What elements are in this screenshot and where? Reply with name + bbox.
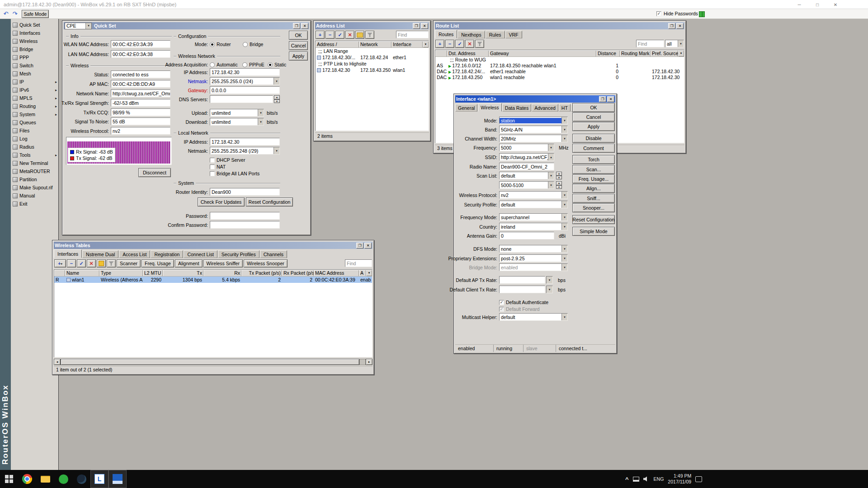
dropdown-icon[interactable]: ▼ [274, 147, 279, 154]
lan-mac-field[interactable]: 00:0C:42:E0:3A:38 [111, 50, 170, 58]
dfs-mode-select[interactable]: none▼ [499, 245, 568, 253]
column-distance[interactable]: Distance [596, 50, 620, 56]
close-icon[interactable]: ✕ [364, 243, 372, 249]
filter-icon[interactable] [475, 40, 484, 48]
sidebar-item-exit[interactable]: Exit [11, 200, 58, 208]
scan-button[interactable]: Scan... [572, 165, 615, 174]
cancel-button[interactable]: Cancel [289, 41, 308, 50]
tab-registration[interactable]: Registration [151, 250, 183, 258]
acquisition-automatic-radio[interactable]: Automatic [210, 62, 238, 67]
torch-button[interactable]: Torch [572, 155, 615, 164]
router-identity-field[interactable]: Dean900 [210, 188, 280, 196]
dropdown-icon[interactable]: ▼ [548, 182, 554, 188]
sidebar-item-log[interactable]: Log [11, 135, 58, 143]
wan-ip-field[interactable]: 172.18.42.30 [210, 68, 280, 76]
quickset-titlebar[interactable]: CPE▼ Quick Set ❐✕ [64, 22, 309, 29]
dhcp-server-checkbox[interactable]: DHCP Server [210, 157, 245, 163]
sidebar-item-partition[interactable]: Partition [11, 175, 58, 183]
taskbar-steam-icon[interactable] [72, 470, 90, 488]
password-field[interactable] [210, 212, 280, 220]
dropdown-icon[interactable]: ▼ [561, 192, 567, 198]
address-row[interactable]: 172.18.42.30 172.18.43.250 wlan1 [316, 67, 429, 73]
acquisition-static-radio[interactable]: Static [268, 62, 286, 67]
add-icon[interactable]: + [435, 40, 444, 48]
scrollbar-thumb[interactable] [61, 359, 359, 365]
local-ip-field[interactable]: 172.18.42.30 [210, 138, 280, 145]
upload-field[interactable]: unlimited▼ [210, 109, 264, 117]
sidebar-item-quick-set[interactable]: Quick Set [11, 21, 58, 29]
bridge-all-lan-ports-checkbox[interactable]: Bridge All LAN Ports [210, 171, 259, 176]
comment-row[interactable]: ;;; LAN Range [316, 48, 429, 54]
find-input[interactable] [396, 31, 429, 38]
ok-button[interactable]: OK [289, 31, 308, 40]
close-icon[interactable]: ✕ [421, 23, 428, 29]
bridge-mode-select[interactable]: enabled▼ [499, 263, 568, 271]
sidebar-item-new-terminal[interactable]: New Terminal [11, 159, 58, 167]
mode-select[interactable]: station▼ [499, 117, 568, 124]
tab-data-rates[interactable]: Data Rates [502, 104, 532, 112]
security-profile-select[interactable]: default▼ [499, 201, 568, 208]
mode-router-radio[interactable]: Router [210, 42, 231, 47]
dropdown-icon[interactable]: ▼ [561, 245, 567, 252]
sidebar-item-ipv6[interactable]: IPv6▸ [11, 86, 58, 94]
forward-arrow-icon[interactable]: ↷ [11, 10, 19, 18]
column-mac-address[interactable]: MAC Address [314, 270, 359, 276]
sidebar-item-wireless[interactable]: Wireless [11, 37, 58, 45]
confirm-password-field[interactable] [210, 221, 280, 229]
scroll-left-icon[interactable]: ◂ [54, 359, 61, 365]
snooper-button[interactable]: Snooper... [572, 203, 615, 212]
default-authenticate-checkbox[interactable]: ✓Default Authenticate [499, 300, 548, 305]
sidebar-item-routing[interactable]: Routing▸ [11, 102, 58, 110]
sidebar-item-interfaces[interactable]: Interfaces [11, 29, 58, 37]
frequency-select[interactable]: 5000▼ [499, 144, 554, 151]
route-row[interactable]: DAC ▶172.18.43.250 wlan1 reachable 0 172… [435, 75, 684, 80]
dns-add-remove-buttons[interactable]: ▲▼ [274, 95, 280, 103]
column-network[interactable]: Network [359, 41, 392, 47]
scan-list-updown[interactable]: ▲▼ [556, 172, 562, 179]
acquisition-pppoe-radio[interactable]: PPPoE [242, 62, 264, 67]
column-type[interactable]: Type [99, 270, 143, 276]
safe-mode-button[interactable]: Safe Mode [22, 10, 49, 18]
multicast-helper-select[interactable]: default▼ [499, 313, 568, 321]
filter-icon[interactable] [365, 31, 374, 39]
scanner-button[interactable]: Scanner [117, 259, 141, 267]
remove-icon[interactable]: − [67, 259, 76, 267]
sidebar-item-tools[interactable]: Tools▸ [11, 151, 58, 159]
taskbar-explorer-icon[interactable] [36, 470, 54, 488]
column-routing-mark[interactable]: Routing Mark [620, 50, 651, 56]
column-a[interactable]: A [359, 270, 366, 276]
column-menu-icon[interactable]: ▼ [678, 50, 684, 56]
comment-icon[interactable] [355, 31, 364, 39]
sidebar-item-files[interactable]: Files [11, 127, 58, 135]
column-name[interactable]: Name [65, 270, 99, 276]
route-row[interactable]: AS ▶172.16.0.0/12 172.18.43.250 reachabl… [435, 63, 684, 69]
dropdown-icon[interactable]: ▼ [258, 118, 264, 125]
dropdown-icon[interactable]: ▼ [678, 40, 684, 47]
dropdown-icon[interactable]: ▼ [548, 144, 554, 151]
freq-usage-button[interactable]: Freq. Usage [142, 259, 174, 267]
close-icon[interactable]: ✕ [826, 0, 844, 9]
wireless-sniffer-button[interactable]: Wireless Sniffer [203, 259, 243, 267]
tray-expand-icon[interactable]: ^ [625, 476, 629, 483]
column-rx[interactable]: Rx [203, 270, 241, 276]
address-list-titlebar[interactable]: Address List ❐✕ [315, 22, 429, 29]
taskbar-l-app-icon[interactable]: L [90, 470, 108, 488]
add-icon[interactable]: + [316, 31, 325, 39]
dropdown-icon[interactable]: ▼ [561, 117, 567, 124]
close-icon[interactable]: ✕ [676, 23, 684, 29]
column-rx-packet[interactable]: Rx Packet (p/s) [282, 270, 314, 276]
mode-bridge-radio[interactable]: Bridge [243, 42, 263, 47]
default-ap-tx-rate-field[interactable] [499, 276, 545, 284]
column-tx[interactable]: Tx [163, 270, 203, 276]
column-menu-icon[interactable]: ▼ [366, 270, 372, 276]
antenna-gain-field[interactable]: 0 [499, 232, 554, 239]
maximize-icon[interactable]: ❐ [413, 23, 420, 29]
volume-icon[interactable] [643, 476, 650, 482]
scroll-right-icon[interactable]: ▸ [366, 359, 373, 365]
apply-button[interactable]: Apply [572, 122, 615, 131]
taskbar-chrome-icon[interactable] [18, 470, 36, 488]
sidebar-item-queues[interactable]: Queues [11, 118, 58, 127]
maximize-icon[interactable]: ❐ [293, 23, 300, 29]
scan-list-updown[interactable]: ▲▼ [556, 181, 562, 189]
maximize-icon[interactable]: □ [808, 0, 826, 9]
